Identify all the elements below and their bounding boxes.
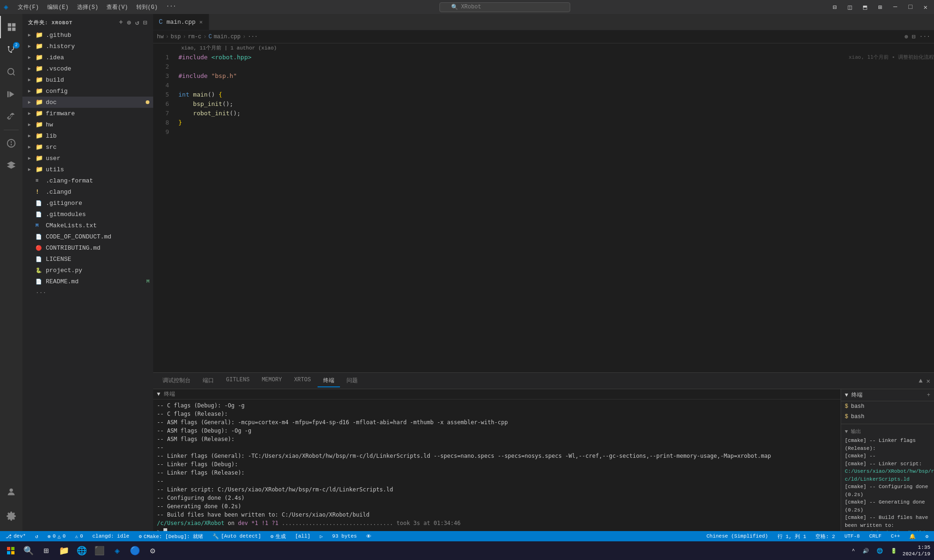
tab-main-cpp[interactable]: C main.cpp ✕ (153, 14, 209, 30)
tree-item-license[interactable]: ▶ 📄 LICENSE (22, 253, 153, 265)
menu-more[interactable]: ··· (163, 2, 180, 12)
taskbar-chrome-icon[interactable]: 🔵 (128, 544, 142, 558)
status-cmake[interactable]: ⚙ CMake: [Debug]: 就绪 (137, 531, 205, 541)
tree-item-vscode[interactable]: ▶ 📁 .vscode (22, 63, 153, 74)
breadcrumb-more[interactable]: ··· (248, 34, 258, 40)
taskbar-terminal-icon[interactable]: ⬛ (92, 544, 106, 558)
tree-item-clang-format[interactable]: ▶ ≡ .clang-format (22, 175, 153, 186)
breadcrumb-hw[interactable]: hw (157, 34, 163, 40)
status-branch[interactable]: ⎇ dev* (4, 531, 28, 541)
tab-memory[interactable]: MEMORY (256, 375, 287, 387)
tree-item-project-py[interactable]: ▶ 🐍 project.py (22, 265, 153, 276)
menu-edit[interactable]: 编辑(E) (43, 2, 72, 12)
status-build[interactable]: ⚙ 生成 (269, 531, 288, 541)
tab-gitlens[interactable]: GITLENS (220, 375, 255, 387)
global-search-box[interactable]: 🔍 XRobot (439, 2, 570, 12)
activity-gitlens[interactable] (0, 154, 22, 177)
breadcrumb-bsp[interactable]: bsp (171, 34, 181, 40)
activity-search[interactable] (0, 61, 22, 83)
status-errors[interactable]: ⊗ 0 △ 0 (46, 531, 67, 541)
tree-item-src[interactable]: ▶ 📁 src (22, 141, 153, 153)
system-tray-battery[interactable]: 🔋 (889, 546, 899, 556)
activity-source-control[interactable]: 2 (0, 38, 22, 61)
status-bytes[interactable]: 93 bytes (330, 531, 359, 541)
split-editor-icon[interactable]: ⊟ (912, 33, 916, 41)
status-language[interactable]: Chinese (Simplified) (705, 531, 770, 541)
system-tray-chevron[interactable]: ^ (850, 546, 857, 556)
linker-script-link[interactable]: C:/Users/xiao/XRobot/hw/bsp/rm-c/ld/Link… (845, 469, 934, 482)
terminal-session-2[interactable]: $ bash (841, 412, 934, 422)
tree-item-utils[interactable]: ▶ 📁 utils (22, 164, 153, 175)
tree-item-gitignore[interactable]: ▶ 📄 .gitignore (22, 197, 153, 209)
taskbar-vscode-icon[interactable]: ◈ (110, 544, 124, 558)
status-notifications[interactable]: 🔔 (907, 531, 918, 541)
more-actions-icon[interactable]: ··· (920, 33, 930, 41)
activity-remote[interactable] (0, 132, 22, 154)
terminal-collapse-icon[interactable]: ▼ (157, 391, 160, 398)
maximize-panel-icon[interactable]: ▲ (919, 377, 922, 385)
tree-item-readme[interactable]: ▶ 📄 README.md M (22, 276, 153, 287)
split-editor-button[interactable]: ⊟ (830, 2, 839, 12)
tab-terminal[interactable]: 终端 (318, 375, 340, 387)
menu-goto[interactable]: 转到(G) (133, 2, 162, 12)
start-button[interactable] (4, 544, 18, 558)
tree-item-gitmodules[interactable]: ▶ 📄 .gitmodules (22, 209, 153, 220)
taskbar-explorer-icon[interactable]: 📁 (57, 544, 71, 558)
new-folder-icon[interactable]: ⊕ (127, 19, 131, 27)
tab-xrtos[interactable]: XRTOS (289, 375, 317, 387)
breadcrumb-rmc[interactable]: rm-c (188, 34, 201, 40)
tab-debug-console[interactable]: 调试控制台 (157, 375, 196, 387)
status-sync[interactable]: ↺ (33, 531, 40, 541)
activity-run[interactable] (0, 83, 22, 105)
status-cursor-position[interactable]: 行 1, 列 1 (776, 531, 808, 541)
maximize-button[interactable]: □ (906, 2, 915, 12)
activity-extensions[interactable] (0, 105, 22, 128)
status-run[interactable]: ▷ (318, 531, 325, 541)
add-terminal-icon[interactable]: + (927, 392, 930, 399)
tab-ports[interactable]: 端口 (197, 375, 219, 387)
tree-item-doc[interactable]: ▶ 📁 doc (22, 97, 153, 108)
close-button[interactable]: ✕ (921, 2, 930, 12)
status-encoding[interactable]: UTF-8 (842, 531, 862, 541)
collapse-all-icon[interactable]: ⊟ (143, 19, 148, 27)
tree-item-clangd[interactable]: ▶ ! .clangd (22, 186, 153, 197)
terminal-main[interactable]: -- C flags (Debug): -Og -g -- C flags (R… (153, 399, 841, 531)
menu-view[interactable]: 查看(V) (103, 2, 132, 12)
tree-item-cmakelists[interactable]: ▶ M CMakeLists.txt (22, 220, 153, 231)
breadcrumb-file[interactable]: main.cpp (214, 34, 241, 40)
tree-item-firmware[interactable]: ▶ 📁 firmware (22, 108, 153, 119)
tree-item-contributing[interactable]: ▶ 🔴 CONTRIBUTING.md (22, 242, 153, 253)
system-tray-network[interactable]: 🌐 (875, 546, 885, 556)
code-editor[interactable]: 1 #include <robot.hpp> xiao, 11个月前 • 调整初… (153, 52, 934, 372)
taskbar-edge-icon[interactable]: 🌐 (75, 544, 89, 558)
activity-accounts[interactable] (0, 481, 22, 503)
activity-settings[interactable] (0, 505, 22, 527)
refresh-icon[interactable]: ↺ (135, 19, 139, 27)
status-eol[interactable]: CRLF (867, 531, 883, 541)
new-file-icon[interactable]: + (119, 19, 123, 27)
tree-item-history[interactable]: ▶ 📁 .history (22, 41, 153, 52)
status-eye[interactable]: 👁 (364, 531, 373, 541)
system-clock[interactable]: 1:35 2024/1/19 (903, 544, 930, 558)
status-file-type[interactable]: C++ (889, 531, 902, 541)
minimize-button[interactable]: ─ (891, 2, 900, 12)
toggle-primary-sidebar-button[interactable]: ◫ (845, 2, 854, 12)
status-auto-detect[interactable]: 🔧 [Auto detect] (211, 531, 263, 541)
toggle-panel-button[interactable]: ⬒ (860, 2, 870, 12)
customize-layout-button[interactable]: ⊞ (875, 2, 884, 12)
system-tray-volume[interactable]: 🔊 (861, 546, 871, 556)
tree-item-hw[interactable]: ▶ 📁 hw (22, 119, 153, 130)
tree-item-build[interactable]: ▶ 📁 build (22, 74, 153, 85)
activity-explorer[interactable] (0, 16, 22, 38)
tree-item-code-of-conduct[interactable]: ▶ 📄 CODE_OF_CONDUCT.md (22, 231, 153, 242)
tree-item-lib[interactable]: ▶ 📁 lib (22, 130, 153, 141)
tab-problems[interactable]: 问题 (341, 375, 363, 387)
search-taskbar-icon[interactable]: 🔍 (21, 544, 35, 558)
tree-item-user[interactable]: ▶ 📁 user (22, 153, 153, 164)
menu-file[interactable]: 文件(F) (14, 2, 43, 12)
taskbar-settings-icon[interactable]: ⚙ (146, 544, 160, 558)
close-tab-icon[interactable]: ✕ (199, 19, 203, 26)
tree-item-idea[interactable]: ▶ 📁 .idea (22, 52, 153, 63)
status-info-count[interactable]: ⚠ 0 (73, 531, 85, 541)
terminal-session-1[interactable]: $ bash (841, 401, 934, 412)
